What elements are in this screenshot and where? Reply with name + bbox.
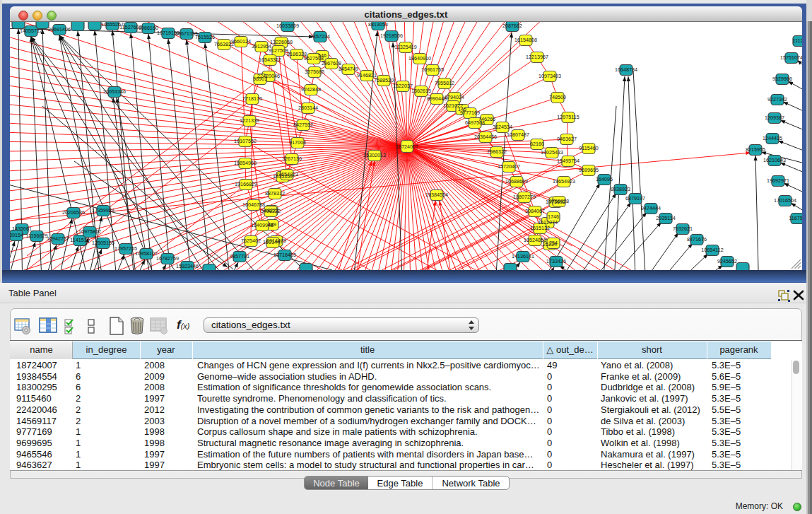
svg-text:12213967: 12213967 [526,54,548,60]
svg-text:8471676: 8471676 [687,236,707,243]
svg-text:917004: 917004 [289,139,306,146]
svg-text:19218506: 19218506 [380,33,403,39]
svg-text:6497568: 6497568 [465,119,485,126]
svg-text:2803144: 2803144 [298,105,318,111]
svg-text:1746: 1746 [548,214,559,220]
svg-text:10025433: 10025433 [541,149,563,156]
svg-text:20206536: 20206536 [62,209,85,216]
svg-text:1691447: 1691447 [263,239,283,245]
svg-text:9660124: 9660124 [231,38,251,45]
svg-text:9474444: 9474444 [641,205,661,211]
svg-text:7357224: 7357224 [310,33,330,40]
svg-text:7625402: 7625402 [241,238,261,244]
svg-text:16543362: 16543362 [259,57,281,63]
svg-text:1221339: 1221339 [240,117,259,124]
svg-text:9857791: 9857791 [230,253,249,259]
svg-text:20053346: 20053346 [103,88,126,95]
svg-text:15751074: 15751074 [780,54,802,61]
svg-text:10688609: 10688609 [505,178,528,185]
svg-text:1244415: 1244415 [763,135,782,141]
svg-text:116753: 116753 [789,215,802,221]
svg-text:19692971: 19692971 [767,177,789,184]
svg-text:20691406: 20691406 [48,26,71,33]
svg-text:7588520: 7588520 [374,77,394,83]
svg-text:16961755: 16961755 [421,66,444,73]
svg-text:14136141: 14136141 [512,253,534,259]
svg-text:2935114: 2935114 [656,215,675,221]
svg-text:9115460: 9115460 [579,145,598,151]
svg-text:16154808: 16154808 [514,37,537,43]
svg-text:6794024: 6794024 [445,94,464,100]
svg-text:15495754: 15495754 [557,158,579,164]
svg-text:18640910: 18640910 [408,55,431,62]
svg-text:16210643: 16210643 [763,157,786,163]
svg-text:8215955: 8215955 [746,146,765,153]
svg-text:9329966: 9329966 [772,76,792,82]
svg-text:10958107: 10958107 [135,250,158,257]
svg-text:1141519: 1141519 [70,237,89,243]
svg-text:17016504: 17016504 [774,197,796,204]
svg-text:8878312: 8878312 [265,190,285,197]
svg-text:1322037: 1322037 [393,83,413,89]
svg-text:9242848: 9242848 [301,86,321,93]
svg-text:16033809: 16033809 [276,23,299,29]
svg-text:2087682: 2087682 [502,23,522,29]
svg-text:16648784: 16648784 [615,66,637,73]
svg-text:18807279: 18807279 [513,194,536,200]
svg-text:16046788: 16046788 [242,201,265,208]
svg-text:5498222: 5498222 [261,208,281,214]
svg-text:16409948: 16409948 [251,222,273,228]
svg-text:1733426: 1733426 [546,258,566,264]
svg-text:13226058: 13226058 [270,39,293,45]
svg-text:11125: 11125 [793,37,802,44]
svg-text:6966160: 6966160 [139,25,158,31]
svg-text:20364436: 20364436 [474,134,497,140]
svg-text:1435061: 1435061 [12,226,32,232]
svg-text:14055712: 14055712 [20,28,42,34]
svg-text:748500: 748500 [549,94,566,100]
svg-text:7986322: 7986322 [487,148,507,155]
svg-text:15716485: 15716485 [273,252,296,258]
svg-text:17359924: 17359924 [92,207,114,214]
svg-text:10654112: 10654112 [701,247,723,253]
svg-text:254: 254 [549,240,558,246]
svg-text:12505155: 12505155 [92,240,114,246]
svg-text:8990448: 8990448 [427,95,447,102]
svg-text:9463627: 9463627 [557,136,577,142]
svg-text:9127509: 9127509 [269,47,288,54]
svg-text:10107552: 10107552 [234,138,257,144]
svg-text:1209387: 1209387 [765,115,784,121]
svg-text:15923446: 15923446 [176,263,199,269]
svg-text:8454749: 8454749 [339,66,358,72]
svg-text:10973493: 10973493 [539,73,561,79]
svg-text:16854968: 16854968 [234,160,257,166]
svg-text:15302013: 15302013 [363,152,386,158]
svg-text:10807487: 10807487 [507,132,529,138]
svg-text:17957255: 17957255 [114,245,137,252]
svg-text:18724007: 18724007 [396,144,418,149]
svg-text:9245652: 9245652 [717,258,737,264]
svg-text:19654923: 19654923 [553,178,575,185]
svg-text:2718170: 2718170 [242,95,262,102]
svg-text:39154: 39154 [10,232,23,238]
svg-text:62160: 62160 [530,141,544,147]
svg-text:11325419: 11325419 [394,44,416,50]
svg-text:19166829: 19166829 [235,181,257,187]
svg-text:9699695: 9699695 [579,167,599,173]
svg-text:9227342: 9227342 [767,96,787,103]
svg-text:9756928: 9756928 [549,198,569,204]
svg-text:12975115: 12975115 [557,114,579,120]
svg-text:3084067: 3084067 [525,208,545,214]
svg-text:8813054: 8813054 [368,22,388,28]
svg-text:15720407: 15720407 [498,163,520,170]
svg-text:7955812: 7955812 [435,80,454,86]
svg-text:19654923: 19654923 [276,171,298,177]
svg-text:3375685: 3375685 [305,69,324,75]
svg-text:3267130: 3267130 [282,156,302,162]
svg-text:7632621: 7632621 [673,226,693,232]
svg-text:9527508: 9527508 [304,55,324,62]
svg-text:16782759: 16782759 [156,255,179,262]
svg-text:98901: 98901 [253,76,267,82]
svg-text:9777169: 9777169 [460,110,480,116]
svg-text:10975867: 10975867 [78,228,101,235]
